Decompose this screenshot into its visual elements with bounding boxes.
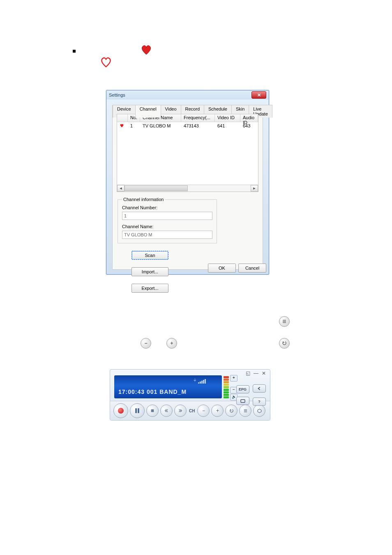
channel-up-button[interactable]: + [211, 405, 224, 417]
settings-titlebar[interactable]: Settings ✕ [106, 90, 269, 99]
export-button[interactable]: Export... [131, 284, 168, 293]
svg-rect-7 [244, 409, 247, 409]
channel-name-field[interactable] [122, 231, 212, 239]
table-row[interactable]: 1 TV GLOBO M 473143 641 643 [117, 122, 258, 130]
svg-rect-0 [283, 320, 286, 321]
scrollbar-thumb[interactable] [125, 185, 188, 191]
svg-rect-4 [135, 408, 137, 413]
channel-list-icon[interactable] [279, 316, 290, 327]
svg-rect-8 [244, 410, 247, 411]
scroll-right-icon[interactable]: ► [251, 185, 258, 192]
heart-filled-icon [140, 44, 152, 55]
volume-meter [224, 376, 229, 398]
settings-dialog: Settings ✕ Device Channel Video Record S… [106, 90, 269, 275]
player-control-panel: ◱ — ✕ ⏚ 17:00:43 001 BAND_M [110, 369, 270, 421]
favorite-heart-icon [120, 123, 124, 128]
channel-number-label: Channel Number: [122, 205, 212, 210]
record-button[interactable] [113, 403, 128, 418]
svg-rect-1 [283, 321, 286, 322]
svg-rect-5 [138, 408, 139, 413]
channel-info-legend: Channel information [122, 197, 165, 202]
channel-information-fieldset: Channel information Channel Number: Chan… [118, 197, 217, 243]
forward-button[interactable] [174, 405, 187, 417]
ch-label: CH [189, 409, 195, 413]
signal-icon [198, 378, 210, 384]
antenna-icon: ⏚ [194, 377, 196, 382]
stop-button[interactable] [146, 405, 159, 417]
channel-number-field[interactable] [122, 212, 212, 220]
channel-down-button[interactable]: − [197, 405, 210, 417]
rewind-button[interactable] [160, 405, 173, 417]
svg-rect-3 [241, 400, 245, 402]
channel-name-label: Channel Name: [122, 224, 212, 229]
close-icon[interactable]: ✕ [251, 91, 266, 99]
back-pill-button[interactable] [253, 384, 266, 393]
epg-button[interactable]: EPG [236, 385, 249, 393]
settings-title: Settings [109, 92, 125, 97]
svg-rect-9 [244, 412, 247, 412]
svg-rect-2 [283, 322, 286, 323]
svg-rect-6 [151, 409, 154, 412]
pause-button[interactable] [130, 403, 145, 418]
import-button[interactable]: Import... [131, 267, 168, 276]
player-display: ⏚ 17:00:43 001 BAND_M [114, 375, 222, 398]
col-audio-id[interactable]: Audio ID [240, 114, 258, 122]
bullet-favorite-channel [73, 50, 76, 53]
channel-list[interactable]: No. Channel Name Frequency(... Video ID … [117, 114, 258, 192]
col-video-id[interactable]: Video ID [215, 114, 240, 122]
cancel-button[interactable]: Cancel [238, 264, 266, 273]
horizontal-scrollbar[interactable]: ◄ ► [117, 185, 258, 192]
col-frequency[interactable]: Frequency(... [181, 114, 215, 122]
scroll-left-icon[interactable]: ◄ [117, 185, 125, 192]
plus-icon[interactable]: + [166, 338, 177, 349]
screenshot-button[interactable] [236, 397, 249, 405]
scan-button[interactable]: Scan [131, 251, 168, 260]
tab-channel[interactable]: Channel [135, 105, 161, 118]
help-button[interactable]: ? [253, 398, 266, 406]
player-display-text: 17:00:43 001 BAND_M [118, 388, 187, 395]
return-icon[interactable] [279, 338, 290, 349]
minus-icon[interactable]: − [141, 338, 151, 349]
heart-outline-icon [100, 57, 112, 67]
ok-button[interactable]: OK [208, 264, 236, 273]
